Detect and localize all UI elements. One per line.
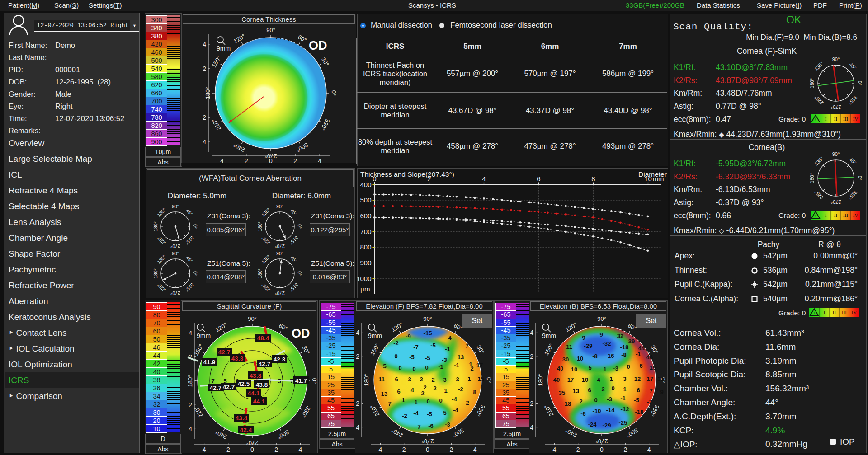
svg-text:2: 2	[427, 175, 431, 183]
svg-text:2: 2	[245, 157, 248, 163]
svg-text:OD: OD	[292, 327, 310, 340]
svg-text:39: 39	[628, 338, 635, 345]
svg-text:45°: 45°	[848, 156, 857, 165]
svg-text:2: 2	[530, 353, 533, 360]
svg-text:240°: 240°	[214, 429, 228, 441]
svg-text:OD: OD	[309, 39, 327, 52]
svg-text:2: 2	[421, 390, 424, 397]
svg-text:180°: 180°	[257, 268, 263, 278]
svg-text:-5: -5	[409, 354, 415, 361]
svg-text:6: 6	[537, 175, 540, 183]
svg-text:330°: 330°	[300, 405, 312, 419]
svg-text:135°: 135°	[813, 61, 825, 72]
svg-text:2: 2	[433, 385, 436, 392]
svg-text:40: 40	[553, 376, 560, 383]
svg-text:32: 32	[617, 333, 623, 339]
svg-text:42.3: 42.3	[274, 356, 286, 363]
svg-text:150°: 150°	[369, 342, 381, 356]
svg-text:-9: -9	[580, 334, 585, 341]
svg-text:210°: 210°	[210, 117, 222, 131]
svg-text:4: 4	[203, 138, 206, 145]
svg-text:60°: 60°	[278, 322, 289, 333]
svg-text:4: 4	[220, 157, 224, 163]
svg-text:30°: 30°	[320, 56, 330, 67]
svg-text:270°: 270°	[170, 291, 180, 296]
svg-text:10: 10	[644, 175, 652, 183]
svg-text:-12: -12	[621, 406, 629, 413]
svg-text:13: 13	[381, 390, 387, 397]
svg-text:225°: 225°	[813, 189, 825, 201]
svg-text:2: 2	[466, 399, 469, 406]
svg-text:42.5: 42.5	[238, 380, 250, 387]
svg-text:42.4: 42.4	[240, 427, 252, 433]
svg-text:2: 2	[420, 376, 423, 383]
svg-text:60°: 60°	[297, 33, 308, 44]
svg-text:41.9: 41.9	[203, 359, 215, 366]
svg-text:7: 7	[211, 378, 215, 385]
svg-text:13: 13	[458, 354, 464, 361]
svg-text:2: 2	[189, 401, 192, 408]
svg-text:4: 4	[203, 446, 206, 453]
svg-text:-5: -5	[441, 409, 447, 416]
svg-text:0: 0	[439, 397, 442, 404]
svg-text:240°: 240°	[390, 427, 404, 439]
svg-text:270°: 270°	[170, 244, 180, 249]
svg-text:2: 2	[356, 353, 359, 360]
svg-text:4: 4	[473, 446, 477, 453]
svg-text:90°: 90°	[172, 204, 179, 209]
svg-text:300°: 300°	[451, 427, 465, 439]
svg-text:-16: -16	[606, 352, 614, 359]
svg-text:7: 7	[465, 342, 468, 349]
svg-text:900: 900	[360, 259, 371, 267]
svg-text:330°: 330°	[649, 403, 660, 417]
svg-text:4: 4	[356, 329, 359, 336]
svg-text:-29: -29	[584, 342, 593, 349]
svg-text:1: 1	[444, 387, 447, 394]
svg-text:!: !	[815, 214, 816, 218]
svg-text:3: 3	[443, 376, 446, 383]
svg-text:0°: 0°	[857, 176, 863, 181]
svg-text:-4: -4	[413, 410, 419, 417]
svg-text:43.8: 43.8	[250, 372, 262, 379]
svg-text:0: 0	[426, 446, 429, 453]
svg-text:43.3: 43.3	[231, 355, 244, 362]
svg-text:330°: 330°	[475, 403, 486, 417]
svg-text:1: 1	[467, 375, 471, 382]
svg-text:45°: 45°	[289, 255, 298, 264]
svg-text:9mm: 9mm	[197, 332, 211, 339]
svg-text:9: 9	[599, 331, 603, 338]
svg-text:2: 2	[530, 400, 533, 407]
svg-text:6: 6	[637, 387, 640, 394]
svg-text:2: 2	[356, 400, 359, 407]
svg-text:4: 4	[553, 446, 557, 453]
svg-text:-7: -7	[413, 344, 419, 351]
svg-text:45°: 45°	[289, 208, 298, 217]
svg-text:9mm: 9mm	[542, 332, 556, 339]
svg-text:1: 1	[623, 386, 626, 393]
svg-text:90°: 90°	[832, 57, 840, 62]
svg-text:2: 2	[226, 446, 230, 453]
svg-text:-24: -24	[588, 421, 597, 428]
svg-text:700: 700	[360, 228, 371, 235]
svg-text:180°: 180°	[257, 221, 263, 231]
svg-text:270°: 270°	[831, 104, 841, 109]
svg-text:-5: -5	[427, 411, 432, 417]
svg-text:-14: -14	[606, 407, 615, 413]
svg-text:45°: 45°	[848, 61, 857, 70]
svg-text:315°: 315°	[847, 189, 859, 201]
svg-text:2: 2	[576, 446, 580, 453]
svg-text:30°: 30°	[476, 344, 486, 355]
svg-text:4: 4	[482, 175, 486, 183]
svg-text:35: 35	[559, 389, 565, 396]
svg-text:150°: 150°	[543, 342, 555, 356]
svg-text:4: 4	[530, 424, 533, 431]
svg-text:3: 3	[456, 376, 459, 383]
svg-text:4: 4	[410, 387, 414, 394]
svg-text:11: 11	[378, 376, 385, 383]
svg-text:15: 15	[650, 364, 656, 371]
svg-text:180°: 180°	[187, 375, 193, 387]
svg-text:µm: µm	[360, 285, 370, 293]
svg-text:120°: 120°	[390, 321, 404, 333]
svg-text:-25: -25	[619, 419, 627, 426]
svg-text:18: 18	[565, 400, 571, 407]
